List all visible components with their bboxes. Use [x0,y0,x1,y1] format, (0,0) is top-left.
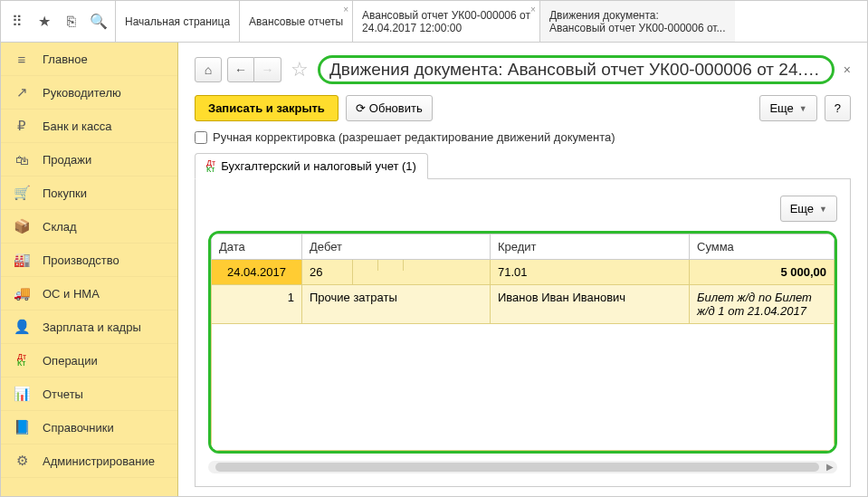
sidebar-item-label: Склад [43,220,77,234]
sidebar-item-label: Справочники [43,421,114,435]
sidebar-item-admin[interactable]: ⚙Администрирование [1,444,177,478]
col-credit[interactable]: Кредит [491,234,690,260]
favorite-star-icon[interactable]: ☆ [291,58,309,81]
doc-tab-panel: ДтКт Бухгалтерский и налоговый учет (1) [195,153,851,179]
tab-advance-reports[interactable]: Авансовые отчеты × [239,1,352,42]
cell-sum: 5 000,00 [690,260,835,285]
close-icon[interactable]: × [343,5,348,14]
table-row[interactable]: 1 Прочие затраты Иванов Иван Иванович Би… [212,285,835,324]
tab-home[interactable]: Начальная страница [115,1,239,42]
cell-debit-sub [353,260,491,285]
chevron-down-icon: ▼ [799,104,807,113]
tab-advance-report-doc[interactable]: Авансовый отчет УК00-000006 от 24.04.201… [352,1,539,42]
sidebar-item-warehouse[interactable]: 📦Склад [1,210,177,244]
book-icon: 📘 [14,419,30,435]
sidebar-item-label: Руководителю [43,86,121,100]
sidebar-nav: ≡Главное ↗Руководителю ₽Банк и касса 🛍Пр… [1,43,178,496]
sidebar-item-purchases[interactable]: 🛒Покупки [1,177,177,210]
sidebar-item-main[interactable]: ≡Главное [1,43,177,76]
sidebar-item-sales[interactable]: 🛍Продажи [1,143,177,177]
main-toolbar: Записать и закрыть ⟳Обновить Еще▼ ? [195,95,851,121]
more-button[interactable]: Еще▼ [759,95,816,121]
gear-icon: ⚙ [14,453,30,469]
scrollbar-thumb[interactable] [215,463,819,472]
sidebar-item-label: Покупки [43,186,87,200]
tab-label: Авансовый отчет УК00-000006 от [362,9,530,22]
close-icon[interactable]: × [530,5,536,14]
col-date[interactable]: Дата [212,234,302,260]
doc-tab-label: Бухгалтерский и налоговый учет (1) [221,159,416,173]
sidebar-item-catalogs[interactable]: 📘Справочники [1,411,177,444]
page-title: Движения документа: Авансовый отчет УК00… [318,55,835,84]
sidebar-item-bank[interactable]: ₽Банк и касса [1,110,177,143]
top-tabs-bar: ⠿ ★ ⎘ 🔍 Начальная страница Авансовые отч… [1,1,867,43]
sidebar-item-label: Главное [43,53,88,66]
sidebar-item-assets[interactable]: 🚚ОС и НМА [1,277,177,311]
horizontal-scrollbar[interactable]: ▶ [208,461,837,473]
manual-edit-checkbox[interactable] [195,131,207,144]
col-debit[interactable]: Дебет [302,234,491,260]
cell-sum-desc: Билет ж/д по Билет ж/д 1 от 21.04.2017 [690,285,835,324]
tab-label: Движения документа: [549,9,726,22]
barchart-icon: 📊 [14,386,30,402]
apps-grid-icon[interactable]: ⠿ [8,13,26,31]
menu-icon: ≡ [14,51,30,67]
scroll-right-icon[interactable]: ▶ [826,462,834,472]
sidebar-item-label: Продажи [43,153,91,167]
cell-debit-account: 26 [302,260,353,285]
forward-button[interactable]: → [254,57,281,82]
favorites-star-icon[interactable]: ★ [35,13,53,31]
close-page-icon[interactable]: × [844,62,851,77]
home-button[interactable]: ⌂ [195,57,222,82]
save-close-button[interactable]: Записать и закрыть [195,95,339,121]
nav-buttons: ← → [227,57,281,82]
table-header-row: Дата Дебет Кредит Сумма [212,234,835,260]
truck-icon: 🚚 [14,285,30,301]
cell-credit-desc: Иванов Иван Иванович [491,285,690,324]
sidebar-item-manager[interactable]: ↗Руководителю [1,76,177,110]
sidebar-item-operations[interactable]: ДтКтОперации [1,344,177,378]
help-button[interactable]: ? [825,95,851,121]
bag-icon: 🛍 [14,151,30,167]
sidebar-item-label: Отчеты [43,387,83,401]
cell-debit-desc: Прочие затраты [302,285,491,324]
tab-sublabel: 24.04.2017 12:00:00 [362,22,530,34]
col-sum[interactable]: Сумма [690,234,835,260]
manual-edit-row: Ручная корректировка (разрешает редактир… [195,130,851,144]
box-icon: 📦 [14,218,30,234]
back-button[interactable]: ← [227,57,254,82]
manual-edit-label: Ручная корректировка (разрешает редактир… [213,130,615,144]
sidebar-item-payroll[interactable]: 👤Зарплата и кадры [1,311,177,344]
cell-row-num: 1 [212,285,302,324]
refresh-icon: ⟳ [356,101,366,115]
sidebar-item-label: ОС и НМА [43,287,100,301]
top-quick-icons: ⠿ ★ ⎘ 🔍 [1,1,115,42]
sidebar-item-label: Банк и касса [43,119,112,133]
sidebar-item-production[interactable]: 🏭Производство [1,244,177,277]
movements-grid: Дата Дебет Кредит Сумма 24.04.2017 26 71… [208,231,837,454]
table-more-button[interactable]: Еще▼ [780,196,837,222]
dtkt-icon: ДтКт [206,160,215,173]
tab-label: Авансовые отчеты [249,15,343,28]
cart-icon: 🛒 [14,185,30,201]
sidebar-item-label: Операции [43,354,98,368]
table-toolbar: Еще▼ [208,196,837,222]
sidebar-item-label: Зарплата и кадры [43,320,141,334]
ruble-icon: ₽ [14,118,30,134]
sidebar-item-label: Производство [43,253,119,267]
table-zone: Еще▼ Дата Дебет Кредит Сумма 24.04 [195,179,851,487]
person-icon: 👤 [14,319,30,335]
table-row[interactable]: 24.04.2017 26 71.01 5 000,00 [212,260,835,285]
factory-icon: 🏭 [14,252,30,268]
chevron-down-icon: ▼ [819,205,827,214]
tab-sublabel: Авансовый отчет УК00-000006 от... [549,22,726,34]
cell-credit-account: 71.01 [491,260,690,285]
tab-document-movements[interactable]: Движения документа: Авансовый отчет УК00… [539,1,735,42]
history-icon[interactable]: ⎘ [62,13,81,31]
accounting-tab[interactable]: ДтКт Бухгалтерский и налоговый учет (1) [195,153,428,179]
tab-label: Начальная страница [125,15,230,28]
cell-date: 24.04.2017 [212,260,302,285]
refresh-button[interactable]: ⟳Обновить [346,95,433,121]
search-icon[interactable]: 🔍 [90,13,108,31]
sidebar-item-reports[interactable]: 📊Отчеты [1,378,177,411]
